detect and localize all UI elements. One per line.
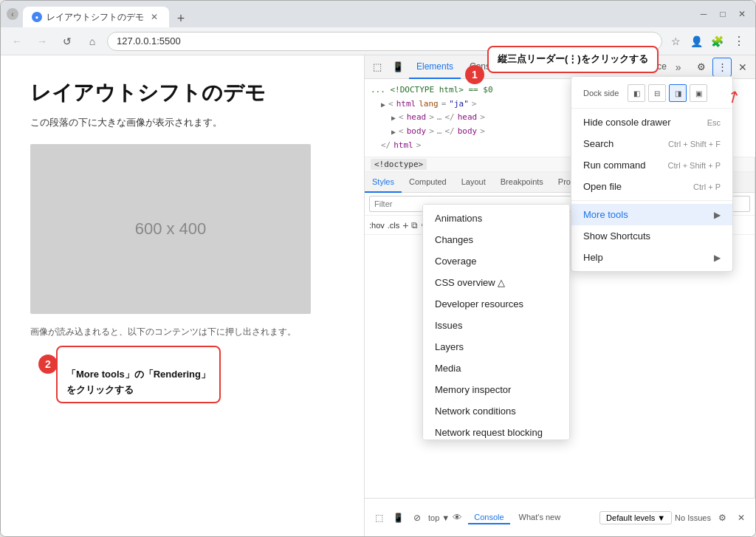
annotation-1-text: 縦三点リーダー(⋮)をクリックする — [498, 53, 648, 64]
devtools-device-btn[interactable]: 📱 — [388, 58, 408, 77]
code-bracket-close: > — [472, 98, 477, 112]
more-tabs-icon[interactable]: » — [676, 61, 681, 73]
browser-menu-btn[interactable]: ⋮ — [729, 31, 749, 52]
drawer-filter-btn[interactable]: ⊘ — [409, 510, 425, 526]
submenu-network-request-blocking[interactable]: Network request blocking — [423, 422, 569, 440]
cm-item-show-shortcuts[interactable]: Show Shortcuts — [571, 225, 732, 247]
doctype-tag[interactable]: <!doctype> — [371, 159, 427, 170]
code-tag-html: html — [396, 98, 416, 112]
styles-tab-styles[interactable]: Styles — [365, 172, 402, 193]
cm-arrow-more-tools: ▶ — [714, 210, 721, 220]
main-area: レイアウトシフトのデモ この段落の下に大きな画像が表示されます。 600 x 4… — [1, 55, 755, 536]
code-html-end: html — [394, 139, 413, 153]
plus-icon[interactable]: + — [402, 219, 408, 231]
code-head: head — [407, 111, 427, 125]
annotation-2-bubble: 「More tools」の「Rendering」 をクリックする — [56, 346, 221, 403]
dock-icon-left[interactable]: ◧ — [628, 84, 645, 102]
tab-elements[interactable]: Elements — [409, 55, 461, 79]
extension-icon[interactable]: 🧩 — [708, 33, 726, 50]
code-body-end-close: > — [480, 125, 485, 139]
home-btn[interactable]: ⌂ — [82, 31, 103, 52]
drawer-close-btn[interactable]: ✕ — [733, 510, 749, 526]
code-eq: = — [441, 98, 447, 112]
submenu-changes[interactable]: Changes — [423, 229, 569, 250]
drawer-console-tab[interactable]: Console — [468, 511, 509, 524]
drawer-settings-btn[interactable]: ⚙ — [714, 510, 730, 526]
code-attr-ja: "ja" — [449, 98, 469, 112]
code-body: body — [407, 125, 427, 139]
image-size-label: 600 x 400 — [135, 219, 207, 239]
cm-label-show-shortcuts: Show Shortcuts — [583, 230, 650, 242]
cm-divider-2 — [571, 200, 732, 201]
cm-label-open-file: Open file — [583, 181, 622, 192]
dock-icon-bottom[interactable]: ⊟ — [648, 84, 666, 102]
new-tab-btn[interactable]: + — [172, 10, 190, 27]
cm-label-search: Search — [583, 138, 614, 149]
title-bar: ‹ ● レイアウトシフトのデモ ✕ + ─ □ ✕ — [1, 1, 755, 27]
cm-arrow-help: ▶ — [714, 253, 721, 263]
bookmark-icon[interactable]: ☆ — [667, 33, 684, 50]
dock-icon-right[interactable]: ◨ — [669, 84, 687, 102]
console-drawer: ⬚ 📱 ⊘ top ▼ 👁 Console What's new Default… — [365, 498, 755, 536]
address-right: ☆ 👤 🧩 ⋮ — [667, 31, 749, 52]
cm-label-run-command: Run command — [583, 160, 646, 171]
expand-arrow-html[interactable]: ▶ — [381, 98, 385, 111]
back-btn[interactable]: ← — [7, 31, 27, 52]
submenu-memory-inspector[interactable]: Memory inspector — [423, 379, 569, 400]
refresh-btn[interactable]: ↺ — [57, 31, 78, 52]
devtools-settings-btn[interactable]: ⚙ — [692, 58, 711, 77]
devtools-toolbar-right: ⚙ ⋮ ✕ — [692, 58, 752, 77]
styles-tab-computed[interactable]: Computed — [402, 172, 454, 193]
drawer-levels-btn[interactable]: Default levels ▼ — [599, 511, 672, 524]
annotation-1-circle: 1 — [465, 65, 484, 84]
code-body-ellipsis: … — [437, 125, 442, 139]
devtools-inspect-btn[interactable]: ⬚ — [368, 58, 387, 77]
cm-item-open-file[interactable]: Open file Ctrl + P — [571, 176, 732, 197]
tab-close-btn[interactable]: ✕ — [148, 11, 160, 23]
forward-btn[interactable]: → — [32, 31, 52, 52]
drawer-eye-icon[interactable]: 👁 — [453, 512, 462, 523]
devtools-close-btn[interactable]: ✕ — [733, 58, 752, 77]
submenu-layers[interactable]: Layers — [423, 336, 569, 358]
submenu-issues[interactable]: Issues — [423, 315, 569, 336]
dock-side-label: Dock side — [583, 89, 619, 98]
submenu-media[interactable]: Media — [423, 358, 569, 379]
submenu-developer-resources[interactable]: Developer resources — [423, 293, 569, 315]
drawer-whats-new-tab[interactable]: What's new — [513, 511, 567, 524]
profile-icon[interactable]: 👤 — [687, 33, 705, 50]
expand-head[interactable]: ▶ — [391, 112, 396, 124]
submenu-animations[interactable]: Animations — [423, 208, 569, 229]
cm-label-help: Help — [583, 252, 603, 263]
browser-window: ‹ ● レイアウトシフトのデモ ✕ + ─ □ ✕ ← → ↺ ⌂ ☆ 👤 🧩 … — [0, 0, 756, 537]
devtools-kebab-btn[interactable]: ⋮ — [712, 58, 732, 77]
expand-body[interactable]: ▶ — [391, 126, 396, 138]
submenu-coverage[interactable]: Coverage — [423, 250, 569, 272]
code-head-open: < — [399, 111, 404, 125]
styles-tab-eventlisteners[interactable]: Breakpoints — [493, 172, 551, 193]
browser-tab[interactable]: ● レイアウトシフトのデモ ✕ — [23, 7, 169, 27]
dock-icon-separate[interactable]: ▣ — [690, 84, 707, 102]
tab-back-btn[interactable]: ‹ — [7, 8, 18, 20]
page-subtext: この段落の下に大きな画像が表示されます。 — [30, 116, 334, 129]
code-head-end-open: </ — [444, 111, 454, 125]
maximize-btn[interactable]: □ — [715, 7, 730, 21]
cm-item-hide-console[interactable]: Hide console drawer Esc — [571, 112, 732, 133]
drawer-issues-label: No Issues — [675, 513, 711, 522]
close-btn[interactable]: ✕ — [735, 7, 749, 21]
cm-item-search[interactable]: Search Ctrl + Shift + F — [571, 133, 732, 154]
cm-divider-1 — [571, 108, 732, 109]
cm-item-help[interactable]: Help ▶ — [571, 247, 732, 268]
drawer-device-btn[interactable]: 📱 — [390, 510, 406, 526]
copy-icon[interactable]: ⧉ — [411, 220, 418, 230]
code-body-end-open: </ — [444, 125, 454, 139]
title-bar-right: ─ □ ✕ — [696, 7, 749, 21]
drawer-inspect-btn[interactable]: ⬚ — [371, 510, 387, 526]
minimize-btn[interactable]: ─ — [696, 7, 711, 21]
styles-tab-layout[interactable]: Layout — [454, 172, 493, 193]
drawer-tabs: Console What's new — [468, 511, 566, 524]
submenu-css-overview[interactable]: CSS overview △ — [423, 272, 569, 293]
submenu-network-conditions[interactable]: Network conditions — [423, 400, 569, 422]
cm-item-run-command[interactable]: Run command Ctrl + Shift + P — [571, 154, 732, 176]
drawer-icons: ⬚ 📱 ⊘ top ▼ 👁 — [371, 510, 462, 526]
cm-item-more-tools[interactable]: More tools ▶ Animations Changes Coverage… — [571, 204, 732, 225]
